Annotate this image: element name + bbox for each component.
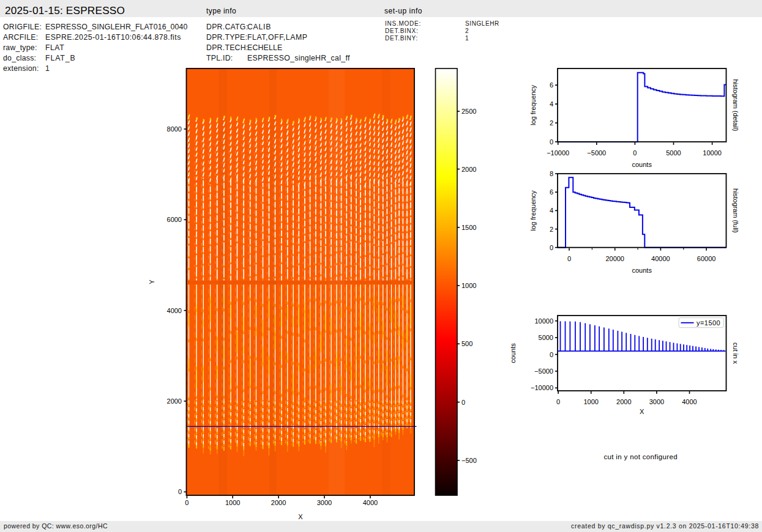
svg-text:4: 4	[550, 100, 553, 108]
svg-text:500: 500	[461, 340, 473, 347]
svg-text:DPR.TYPE:: DPR.TYPE:	[206, 33, 247, 42]
svg-text:FLAT,OFF,LAMP: FLAT,OFF,LAMP	[247, 33, 307, 42]
svg-text:2000: 2000	[271, 499, 286, 506]
svg-text:FLAT: FLAT	[45, 43, 64, 52]
svg-text:6: 6	[550, 188, 553, 196]
svg-text:20000: 20000	[605, 255, 624, 262]
svg-text:0: 0	[633, 149, 637, 157]
svg-text:40000: 40000	[651, 255, 670, 262]
svg-text:extension:: extension:	[3, 64, 39, 73]
svg-text:CALIB: CALIB	[247, 23, 271, 31]
svg-text:1000: 1000	[225, 499, 240, 506]
svg-text:−5000: −5000	[587, 149, 606, 157]
svg-text:10000: 10000	[534, 317, 553, 325]
svg-text:8: 8	[550, 170, 553, 177]
svg-text:2: 2	[465, 28, 469, 34]
svg-text:1: 1	[45, 64, 50, 73]
svg-text:2000: 2000	[616, 398, 631, 405]
svg-text:60000: 60000	[697, 255, 716, 262]
svg-text:ORIGFILE:: ORIGFILE:	[3, 23, 42, 31]
svg-text:histogram (full): histogram (full)	[732, 188, 739, 233]
svg-text:Y: Y	[148, 279, 155, 284]
svg-text:ESPRESSO_singleHR_cal_ff: ESPRESSO_singleHR_cal_ff	[247, 54, 350, 62]
svg-text:10000: 10000	[703, 149, 722, 157]
svg-text:0: 0	[461, 399, 465, 406]
svg-text:ECHELLE: ECHELLE	[247, 43, 282, 52]
svg-text:1000: 1000	[461, 282, 476, 289]
svg-text:2: 2	[550, 119, 553, 127]
svg-text:0: 0	[185, 499, 189, 506]
svg-text:0: 0	[550, 244, 553, 251]
svg-text:X: X	[640, 408, 644, 415]
svg-text:created by qc_rawdisp.py v1.2.: created by qc_rawdisp.py v1.2.3 on 2025-…	[571, 522, 759, 530]
svg-text:type info: type info	[206, 7, 236, 15]
svg-text:ESPRESSO_SINGLEHR_FLAT016_0040: ESPRESSO_SINGLEHR_FLAT016_0040	[45, 23, 188, 31]
svg-text:counts: counts	[509, 343, 517, 363]
svg-text:2000: 2000	[461, 166, 476, 173]
svg-text:INS.MODE:: INS.MODE:	[385, 20, 421, 27]
svg-text:1000: 1000	[583, 398, 598, 405]
svg-text:DET.BINX:: DET.BINX:	[385, 28, 419, 34]
svg-text:log frequency: log frequency	[530, 84, 537, 125]
svg-text:0: 0	[550, 351, 553, 358]
svg-text:0: 0	[550, 138, 553, 146]
svg-text:4000: 4000	[363, 499, 378, 506]
svg-text:−5000: −5000	[534, 368, 553, 375]
svg-text:8000: 8000	[167, 125, 182, 133]
svg-text:4000: 4000	[167, 307, 182, 314]
svg-text:counts: counts	[632, 161, 652, 168]
svg-text:DET.BINY:: DET.BINY:	[385, 35, 418, 42]
svg-text:do_class:: do_class:	[3, 54, 36, 62]
svg-text:−10000: −10000	[547, 149, 569, 157]
svg-text:3000: 3000	[649, 398, 664, 405]
svg-text:TPL.ID:: TPL.ID:	[206, 54, 233, 62]
svg-text:2000: 2000	[167, 397, 182, 405]
svg-text:4000: 4000	[682, 398, 697, 405]
svg-text:counts: counts	[632, 267, 652, 274]
svg-text:log frequency: log frequency	[530, 190, 537, 231]
svg-text:0: 0	[567, 255, 571, 262]
svg-text:−500: −500	[461, 457, 477, 464]
svg-text:2500: 2500	[461, 108, 476, 115]
svg-text:1: 1	[465, 35, 469, 42]
svg-text:ESPRE.2025-01-16T10:06:44.878.: ESPRE.2025-01-16T10:06:44.878.fits	[45, 33, 181, 42]
svg-text:X: X	[298, 513, 303, 520]
svg-text:2025-01-15: ESPRESSO: 2025-01-15: ESPRESSO	[5, 4, 125, 17]
svg-text:set-up info: set-up info	[384, 7, 422, 15]
svg-text:SINGLEHR: SINGLEHR	[465, 20, 499, 27]
svg-text:−10000: −10000	[531, 384, 553, 391]
svg-text:histogram (detail): histogram (detail)	[732, 79, 739, 131]
svg-text:cut in y not configured: cut in y not configured	[603, 453, 678, 460]
svg-text:0: 0	[556, 398, 560, 405]
svg-text:FLAT_B: FLAT_B	[45, 54, 76, 62]
svg-text:1500: 1500	[461, 224, 476, 231]
svg-text:powered by QC: www.eso.org/HC: powered by QC: www.eso.org/HC	[4, 522, 108, 530]
svg-text:DPR.CATG:: DPR.CATG:	[206, 23, 248, 31]
svg-text:3000: 3000	[317, 499, 332, 506]
svg-text:raw_type:: raw_type:	[3, 43, 37, 52]
svg-text:4: 4	[550, 207, 553, 214]
svg-text:5000: 5000	[666, 149, 681, 157]
svg-text:6000: 6000	[167, 216, 182, 223]
svg-text:DPR.TECH:: DPR.TECH:	[206, 43, 248, 52]
svg-text:cut in x: cut in x	[732, 342, 739, 364]
svg-text:y=1500: y=1500	[697, 319, 720, 327]
svg-text:6: 6	[550, 81, 553, 89]
svg-text:2: 2	[550, 226, 553, 233]
svg-text:5000: 5000	[539, 334, 553, 341]
svg-text:0: 0	[178, 488, 182, 495]
svg-text:ARCFILE:: ARCFILE:	[3, 33, 38, 42]
